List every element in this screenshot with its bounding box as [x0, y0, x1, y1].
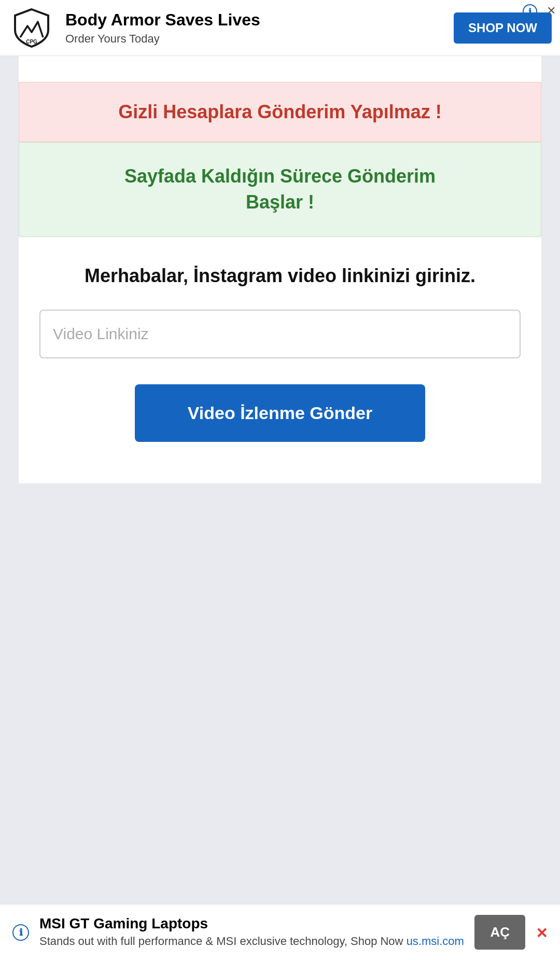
- bottom-ad-link[interactable]: us.msi.com: [407, 935, 464, 948]
- bottom-close-icon[interactable]: ✕: [536, 925, 548, 942]
- info-icon[interactable]: ℹ: [523, 4, 537, 19]
- bottom-ad-text: MSI GT Gaming Laptops Stands out with fu…: [39, 915, 464, 949]
- bottom-ad-info-icon[interactable]: ℹ: [12, 924, 29, 941]
- bottom-ad-banner: ℹ MSI GT Gaming Laptops Stands out with …: [0, 904, 560, 960]
- submit-button[interactable]: Video İzlenme Gönder: [135, 384, 425, 442]
- shop-now-button[interactable]: SHOP NOW: [454, 12, 552, 44]
- top-spacer: [19, 56, 541, 82]
- green-alert-text: Sayfada Kaldığın Sürece Gönderim Başlar …: [32, 163, 528, 216]
- ad-title: Body Armor Saves Lives: [65, 10, 454, 30]
- bottom-ad-title: MSI GT Gaming Laptops: [39, 915, 464, 932]
- bottom-open-button[interactable]: AÇ: [474, 915, 525, 950]
- top-ad-banner: CPG Body Armor Saves Lives Order Yours T…: [0, 0, 560, 56]
- green-alert-box: Sayfada Kaldığın Sürece Gönderim Başlar …: [19, 142, 541, 237]
- form-description: Merhabalar, İnstagram video linkinizi gi…: [39, 263, 521, 289]
- svg-text:CPG: CPG: [26, 39, 37, 45]
- bottom-ad-subtitle: Stands out with full performance & MSI e…: [39, 934, 464, 949]
- red-alert-box: Gizli Hesaplara Gönderim Yapılmaz !: [19, 82, 541, 142]
- gray-background-area: [0, 483, 560, 732]
- video-link-input[interactable]: [39, 310, 521, 358]
- ad-subtitle: Order Yours Today: [65, 32, 454, 46]
- ad-logo: CPG: [8, 6, 55, 50]
- red-alert-text: Gizli Hesaplara Gönderim Yapılmaz !: [32, 101, 528, 123]
- close-icon[interactable]: ✕: [547, 4, 556, 18]
- form-section: Merhabalar, İnstagram video linkinizi gi…: [19, 237, 541, 483]
- ad-text-block: Body Armor Saves Lives Order Yours Today: [65, 10, 454, 45]
